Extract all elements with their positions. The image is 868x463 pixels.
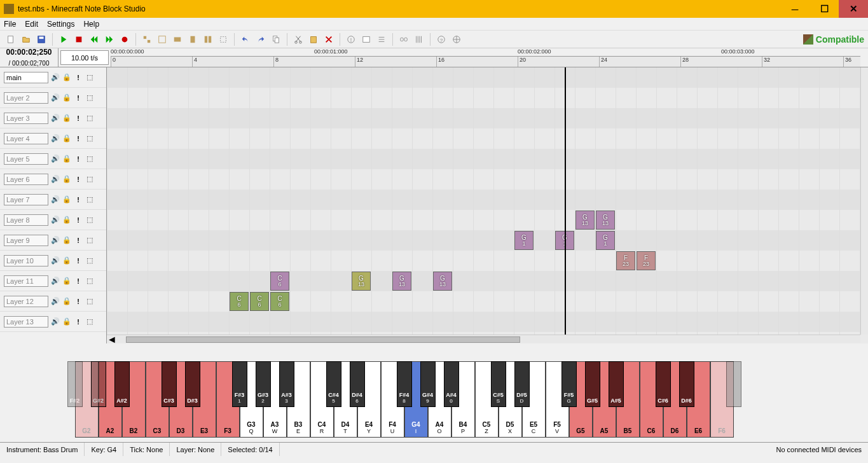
props-button[interactable]: [359, 32, 373, 46]
menu-file[interactable]: File: [4, 20, 16, 29]
menu-settings[interactable]: Settings: [47, 20, 74, 29]
select-icon[interactable]: ⬚: [85, 277, 94, 286]
volume-icon[interactable]: 🔊: [51, 114, 60, 123]
tool-5[interactable]: [201, 32, 215, 46]
black-key[interactable]: C#3: [162, 361, 177, 407]
select-icon[interactable]: ⬚: [85, 236, 94, 245]
solo-icon[interactable]: !: [74, 277, 83, 286]
layer-name-input[interactable]: [4, 72, 48, 83]
lock-icon[interactable]: 🔒: [62, 256, 71, 265]
lock-icon[interactable]: 🔒: [62, 297, 71, 306]
black-key[interactable]: G#5: [585, 361, 600, 407]
black-key[interactable]: G#2: [91, 361, 106, 407]
tool-1[interactable]: [140, 32, 154, 46]
vertical-scrollbar[interactable]: [860, 67, 868, 335]
lock-icon[interactable]: 🔒: [62, 175, 71, 184]
delete-button[interactable]: [322, 32, 336, 46]
note-block[interactable]: F23: [637, 251, 656, 270]
note-block[interactable]: G13: [392, 272, 411, 291]
cut-button[interactable]: [291, 32, 305, 46]
black-key[interactable]: F#48: [397, 361, 412, 407]
black-key[interactable]: D#3: [185, 361, 200, 407]
solo-icon[interactable]: !: [74, 236, 83, 245]
lock-icon[interactable]: 🔒: [62, 73, 71, 82]
tool-2[interactable]: [155, 32, 169, 46]
select-icon[interactable]: ⬚: [85, 175, 94, 184]
new-button[interactable]: [4, 32, 18, 46]
stop-button[interactable]: [72, 32, 86, 46]
layer-name-input[interactable]: [4, 92, 48, 104]
list-button[interactable]: [375, 32, 389, 46]
solo-icon[interactable]: !: [74, 114, 83, 123]
forward-button[interactable]: [102, 32, 116, 46]
note-block[interactable]: C6: [270, 272, 289, 291]
menu-help[interactable]: Help: [83, 20, 99, 29]
black-key[interactable]: D#6: [679, 361, 694, 407]
black-key[interactable]: A#2: [114, 361, 130, 407]
volume-icon[interactable]: 🔊: [51, 73, 60, 82]
black-key[interactable]: C#5S: [491, 361, 506, 407]
note-block[interactable]: G13: [596, 211, 615, 230]
volume-icon[interactable]: 🔊: [51, 216, 60, 225]
select-icon[interactable]: ⬚: [85, 317, 94, 326]
layer-name-input[interactable]: [4, 235, 48, 246]
black-key[interactable]: [726, 361, 741, 407]
black-key[interactable]: A#40: [444, 361, 459, 407]
layer-name-input[interactable]: [4, 174, 48, 185]
lock-icon[interactable]: 🔒: [62, 216, 71, 225]
note-block[interactable]: C6: [250, 292, 269, 311]
volume-icon[interactable]: 🔊: [51, 277, 60, 286]
layer-name-input[interactable]: [4, 113, 48, 124]
note-block[interactable]: G1: [514, 231, 534, 250]
black-key[interactable]: F#5G: [561, 361, 577, 407]
play-button[interactable]: [57, 32, 71, 46]
note-block[interactable]: C6: [230, 292, 249, 311]
black-key[interactable]: D#5D: [514, 361, 530, 407]
black-key[interactable]: F#31: [232, 361, 247, 407]
volume-icon[interactable]: 🔊: [51, 155, 60, 163]
select-icon[interactable]: ⬚: [85, 73, 94, 82]
solo-icon[interactable]: !: [74, 256, 83, 265]
horizontal-scrollbar[interactable]: ◄: [107, 335, 860, 343]
layer-name-input[interactable]: [4, 296, 48, 307]
tool-4[interactable]: [186, 32, 200, 46]
clipboard-button[interactable]: [307, 32, 320, 46]
select-icon[interactable]: ⬚: [85, 297, 94, 306]
note-block[interactable]: C6: [270, 292, 289, 311]
note-block[interactable]: G1: [596, 231, 615, 250]
rewind-button[interactable]: [87, 32, 101, 46]
volume-icon[interactable]: 🔊: [51, 195, 60, 204]
layer-name-input[interactable]: [4, 255, 48, 266]
note-block[interactable]: G13: [433, 272, 452, 291]
lock-icon[interactable]: 🔒: [62, 114, 71, 123]
layer-name-input[interactable]: [4, 316, 48, 328]
select-icon[interactable]: ⬚: [85, 195, 94, 204]
layer-name-input[interactable]: [4, 153, 48, 165]
layer-name-input[interactable]: [4, 275, 48, 287]
redo-button[interactable]: [254, 32, 268, 46]
link-button[interactable]: [397, 32, 411, 46]
maximize-button[interactable]: ☐: [809, 0, 839, 18]
black-key[interactable]: F#2: [67, 361, 83, 407]
solo-icon[interactable]: !: [74, 134, 83, 143]
menu-edit[interactable]: Edit: [25, 20, 38, 29]
black-key[interactable]: D#46: [350, 361, 365, 407]
lock-icon[interactable]: 🔒: [62, 236, 71, 245]
open-button[interactable]: [19, 32, 33, 46]
info-button[interactable]: !: [344, 32, 358, 46]
playhead[interactable]: [565, 67, 566, 335]
tool-6[interactable]: [216, 32, 230, 46]
volume-icon[interactable]: 🔊: [51, 236, 60, 245]
globe-button[interactable]: [450, 32, 464, 46]
black-key[interactable]: G#32: [256, 361, 271, 407]
black-key[interactable]: G#49: [420, 361, 436, 407]
solo-icon[interactable]: !: [74, 317, 83, 326]
tempo-input[interactable]: 10.00 t/s: [60, 50, 109, 65]
undo-button[interactable]: [238, 32, 252, 46]
bars-button[interactable]: [412, 32, 426, 46]
solo-icon[interactable]: !: [74, 195, 83, 204]
timeline-header[interactable]: 00:00:00:00000:00:01:00000:00:02:00000:0…: [111, 48, 868, 67]
volume-icon[interactable]: 🔊: [51, 134, 60, 143]
solo-icon[interactable]: !: [74, 297, 83, 306]
note-block[interactable]: F23: [616, 251, 635, 270]
